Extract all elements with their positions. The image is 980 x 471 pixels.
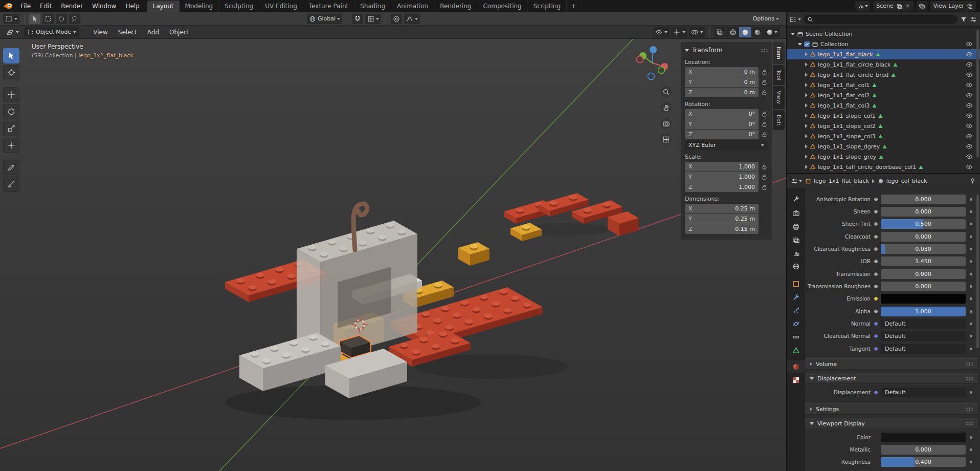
select-box-tool[interactable]: [3, 48, 19, 63]
animate-decorator[interactable]: [970, 323, 972, 325]
alpha-slider[interactable]: 1.000: [881, 307, 966, 316]
viewport-3d[interactable]: User Perspective (59) Collection | lego_…: [0, 39, 786, 471]
viewport-metallic-slider[interactable]: 0.000: [881, 445, 966, 455]
expand-icon[interactable]: [805, 114, 808, 118]
lock-icon[interactable]: [761, 111, 768, 117]
menu-file[interactable]: File: [16, 0, 35, 12]
expand-icon[interactable]: [810, 407, 812, 411]
options-dropdown[interactable]: Options: [751, 14, 781, 24]
viewport-color-swatch[interactable]: [881, 433, 966, 442]
outliner-row-scene-collection[interactable]: Scene Collection: [787, 29, 980, 39]
filter-icon[interactable]: [960, 16, 967, 23]
active-tool-button[interactable]: [3, 14, 19, 24]
tab-view-layer[interactable]: [787, 233, 805, 246]
close-icon[interactable]: [905, 3, 910, 9]
expand-icon[interactable]: [805, 124, 808, 128]
tab-output[interactable]: [787, 220, 805, 232]
lock-icon[interactable]: [761, 89, 768, 96]
animate-decorator[interactable]: [970, 310, 972, 313]
workspace-tab-shading[interactable]: Shading: [354, 1, 391, 12]
axis-y-neg-handle[interactable]: [658, 67, 665, 74]
outliner-object-row[interactable]: lego_1x1_slope_dgrey: [787, 141, 980, 152]
hide-eye-icon[interactable]: [966, 40, 973, 48]
axis-z-handle[interactable]: [650, 46, 657, 53]
cursor-tool[interactable]: [3, 65, 19, 80]
tab-render[interactable]: [787, 207, 805, 219]
transmission-slider[interactable]: 0.000: [881, 269, 966, 279]
lock-icon[interactable]: [761, 184, 768, 190]
animate-decorator[interactable]: [970, 223, 972, 225]
drag-handle[interactable]: [966, 421, 973, 426]
rotation-x-field[interactable]: X0°: [685, 109, 759, 119]
dimensions-z-field[interactable]: Z0.15 m: [685, 224, 759, 234]
workspace-tab-sculpting[interactable]: Sculpting: [219, 1, 259, 12]
shading-solid-button[interactable]: [739, 27, 751, 37]
scale-tool[interactable]: [3, 121, 19, 136]
expand-icon[interactable]: [810, 362, 812, 366]
gizmos-dropdown[interactable]: [671, 27, 687, 37]
expand-icon[interactable]: [791, 33, 795, 35]
section-viewport-display[interactable]: Viewport Display: [805, 418, 977, 429]
tab-modifiers[interactable]: [787, 291, 805, 303]
workspace-tab-layout[interactable]: Layout: [147, 1, 180, 12]
hide-eye-icon[interactable]: [966, 133, 973, 140]
scale-z-field[interactable]: Z1.000: [685, 182, 759, 192]
blender-logo[interactable]: [0, 3, 16, 9]
workspace-tab-modeling[interactable]: Modeling: [180, 1, 219, 12]
hide-eye-icon[interactable]: [966, 163, 973, 170]
rotate-tool[interactable]: [3, 104, 19, 119]
outliner-object-row[interactable]: lego_1x1_slope_col1: [787, 111, 980, 121]
workspace-tab-compositing[interactable]: Compositing: [477, 1, 527, 12]
hide-eye-icon[interactable]: [966, 71, 973, 78]
menu-help[interactable]: Help: [121, 0, 144, 12]
camera-view-button[interactable]: [660, 118, 672, 129]
select-mode-circle-button[interactable]: [56, 14, 67, 24]
hide-eye-icon[interactable]: [966, 51, 973, 58]
tab-texture[interactable]: [787, 374, 805, 386]
expand-icon[interactable]: [805, 165, 808, 169]
transform-tool[interactable]: [3, 138, 19, 153]
animate-decorator[interactable]: [970, 285, 972, 288]
transform-orientation-dropdown[interactable]: Global: [307, 14, 342, 24]
animate-decorator[interactable]: [970, 273, 972, 275]
outliner-scrollbar[interactable]: [976, 30, 979, 158]
expand-icon[interactable]: [805, 52, 808, 56]
outliner-search-input[interactable]: [804, 15, 957, 24]
overlays-dropdown[interactable]: [689, 27, 705, 37]
drag-handle[interactable]: [966, 362, 973, 367]
editor-type-button[interactable]: [790, 16, 801, 23]
tab-object[interactable]: [787, 277, 805, 290]
animate-decorator[interactable]: [970, 210, 972, 213]
section-displacement[interactable]: Displacement: [805, 373, 977, 384]
dimensions-y-field[interactable]: Y0.25 m: [685, 214, 759, 224]
animate-decorator[interactable]: [970, 461, 972, 463]
expand-icon[interactable]: [805, 73, 808, 77]
axis-z-neg-handle[interactable]: [648, 73, 655, 80]
properties-scrollbar[interactable]: [976, 195, 979, 348]
pin-icon[interactable]: [969, 178, 976, 184]
collection-checkbox[interactable]: [804, 41, 810, 47]
viewport-roughness-slider[interactable]: 0.400: [881, 457, 966, 467]
select-mode-tweak-button[interactable]: [29, 14, 40, 24]
outliner-object-row[interactable]: lego_1x1_flat_circle_black: [787, 59, 980, 70]
navigation-gizmo[interactable]: [633, 44, 672, 82]
lock-icon[interactable]: [761, 174, 768, 180]
location-y-field[interactable]: Y0 m: [685, 77, 759, 87]
sheen-tint-slider[interactable]: 0.500: [881, 219, 966, 229]
expand-icon[interactable]: [805, 83, 808, 87]
lock-icon[interactable]: [761, 131, 768, 138]
outliner-object-row[interactable]: lego_1x1_tall_circle_doorbase_col1: [787, 162, 980, 172]
new-scene-icon[interactable]: [896, 3, 902, 9]
tab-physics[interactable]: [787, 317, 805, 330]
animate-decorator[interactable]: [970, 436, 972, 439]
anisotropic-rotation-slider[interactable]: 0.000: [881, 195, 966, 204]
emission-color-swatch[interactable]: [881, 294, 966, 304]
shading-material-button[interactable]: [751, 27, 764, 37]
section-volume[interactable]: Volume: [805, 358, 977, 370]
clearcoat-roughness-slider[interactable]: 0.030: [881, 244, 966, 254]
location-x-field[interactable]: X0 m: [685, 67, 759, 77]
shading-wireframe-button[interactable]: [727, 27, 739, 37]
new-view-layer-icon[interactable]: [967, 3, 973, 9]
breadcrumb-object[interactable]: lego_1x1_flat_black: [805, 178, 869, 184]
hide-eye-icon[interactable]: [966, 92, 973, 99]
